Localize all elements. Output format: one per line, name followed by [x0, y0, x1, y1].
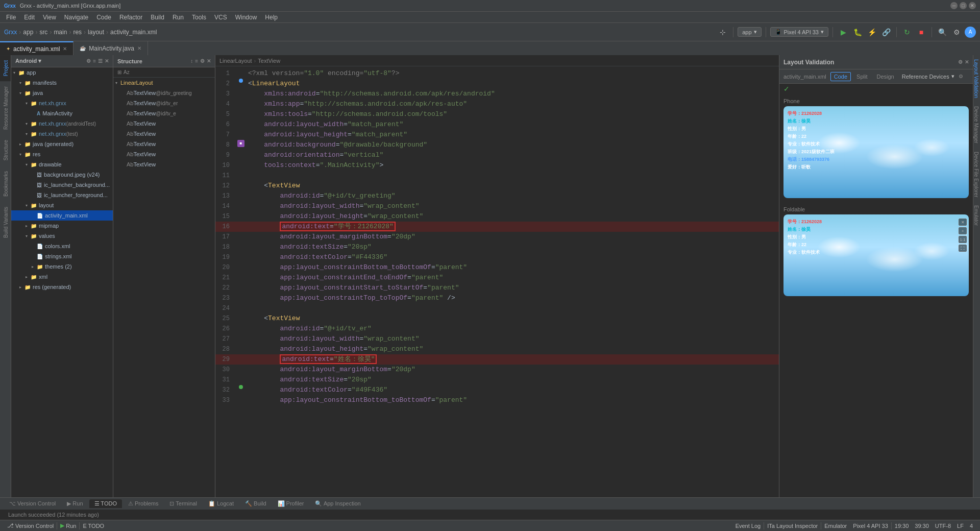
menu-help[interactable]: Help — [261, 13, 282, 22]
breadcrumb-app[interactable]: app — [23, 29, 33, 36]
left-vtab-structure[interactable]: Structure — [0, 135, 11, 166]
structure-textview-5[interactable]: Ab TextView — [113, 129, 215, 139]
structure-expand-icon[interactable]: ≡ — [195, 58, 198, 64]
project-gear-icon[interactable]: ☰ — [98, 58, 103, 64]
bottom-tab-profiler[interactable]: 📊 Profiler — [273, 499, 309, 508]
breadcrumb-res[interactable]: res — [73, 29, 82, 36]
right-tab-device-file-explorer[interactable]: Device File Explorer — [973, 148, 980, 201]
right-tab-device-manager[interactable]: Device Manager — [973, 102, 980, 148]
tab-close-xml[interactable]: ✕ — [63, 46, 67, 52]
user-avatar[interactable]: A — [965, 27, 976, 38]
left-vtab-bookmarks[interactable]: Bookmarks — [0, 166, 11, 202]
tree-drawable[interactable]: ▾ 📁 drawable — [11, 159, 113, 170]
structure-textview-8[interactable]: Ab TextView — [113, 159, 215, 170]
tree-values[interactable]: ▾ 📁 values — [11, 231, 113, 241]
breadcrumb-src[interactable]: src — [39, 29, 47, 36]
run-configuration[interactable]: app ▾ — [738, 27, 761, 37]
structure-textview-2[interactable]: Ab TextView @id/tv_er — [113, 98, 215, 108]
editor-content[interactable]: 1 <?xml version="1.0" encoding="utf-8"?>… — [215, 66, 779, 497]
bottom-tab-terminal[interactable]: ⊡ Terminal — [164, 499, 202, 508]
left-vtab-resource[interactable]: Resource Manager — [0, 81, 11, 135]
breadcrumb-linearlayout[interactable]: LinearLayout — [219, 58, 252, 64]
status-emulator[interactable]: Emulator — [821, 523, 850, 529]
code-view-button[interactable]: Code — [830, 72, 851, 81]
menu-refactor[interactable]: Refactor — [115, 13, 146, 22]
tree-net-xh-grxx-android-test[interactable]: ▾ 📁 net.xh.grxx (androidTest) — [11, 118, 113, 129]
tree-main-activity[interactable]: A MainActivity — [11, 108, 113, 118]
structure-alpha-icon[interactable]: Az — [124, 69, 130, 75]
validation-gear-icon[interactable]: ⚙ — [958, 59, 963, 65]
status-layout-inspector[interactable]: ITa Layout Inspector — [764, 523, 821, 529]
breadcrumb-textview[interactable]: TextView — [258, 58, 280, 64]
split-view-button[interactable]: Split — [853, 72, 871, 81]
status-version-control[interactable]: ⎇ Version Control — [4, 522, 57, 529]
project-expand-icon[interactable]: ≡ — [93, 58, 96, 64]
tree-ic-launcher-foreground[interactable]: 🖼 ic_launcher_foreground... — [11, 190, 113, 200]
bottom-tab-todo[interactable]: ☰ TODO — [89, 499, 122, 508]
tree-ic-launcher-background[interactable]: 🖼 ic_launcher_background... — [11, 180, 113, 190]
tree-layout-folder[interactable]: ▾ 📁 layout — [11, 200, 113, 210]
status-indent[interactable]: 4 — [967, 523, 976, 529]
tree-activity-main-xml[interactable]: 📄 activity_main.xml — [11, 210, 113, 221]
close-button[interactable]: ✕ — [969, 2, 976, 9]
bottom-tab-build[interactable]: 🔨 Build — [240, 499, 272, 508]
structure-textview-7[interactable]: Ab TextView — [113, 149, 215, 159]
bottom-tab-run[interactable]: ▶ Run — [62, 499, 88, 508]
tree-res-generated[interactable]: ▸ 📁 res (generated) — [11, 282, 113, 292]
validation-settings-icon[interactable]: ⚙ — [959, 74, 963, 79]
structure-linearlayout[interactable]: ▾ LinearLayout — [113, 78, 215, 88]
status-encoding[interactable]: UTF-8 — [932, 523, 954, 529]
left-vtab-project[interactable]: Project — [0, 55, 11, 81]
tree-themes[interactable]: ▸ 📁 themes (2) — [11, 261, 113, 272]
status-line-ending[interactable]: LF — [954, 523, 967, 529]
project-close-icon[interactable]: ✕ — [105, 58, 109, 64]
search-everywhere-button[interactable]: 🔍 — [936, 26, 948, 38]
status-event-log[interactable]: Event Log — [732, 523, 764, 529]
breadcrumb-layout[interactable]: layout — [88, 29, 104, 36]
status-todo[interactable]: E TODO — [80, 523, 107, 529]
build-button[interactable]: ▶ — [837, 26, 849, 38]
maximize-button[interactable]: □ — [960, 2, 967, 9]
tree-res[interactable]: ▾ 📁 res — [11, 149, 113, 159]
minimize-button[interactable]: ─ — [950, 2, 958, 9]
project-sync-icon[interactable]: ⚙ — [86, 58, 91, 64]
fold-1-1-button[interactable]: 1:1 — [959, 236, 967, 243]
pointer-tool-button[interactable]: ⊹ — [717, 26, 729, 38]
status-device[interactable]: Pixel 4 API 33 — [850, 523, 891, 529]
menu-tools[interactable]: Tools — [188, 13, 210, 22]
bottom-tab-app-inspection[interactable]: 🔍 App Inspection — [310, 499, 365, 508]
menu-vcs[interactable]: VCS — [210, 13, 231, 22]
structure-gear-icon[interactable]: ⚙ — [200, 58, 205, 64]
menu-window[interactable]: Window — [231, 13, 261, 22]
attach-debugger-button[interactable]: 🔗 — [880, 26, 892, 38]
validation-close-icon[interactable]: ✕ — [965, 59, 969, 65]
tree-background-jpeg[interactable]: 🖼 background.jpeg (v24) — [11, 170, 113, 180]
android-mode-label[interactable]: Android ▾ — [15, 58, 41, 64]
profile-button[interactable]: ⚡ — [866, 26, 878, 38]
left-vtab-build-variants[interactable]: Build Variants — [0, 202, 11, 243]
structure-textview-3[interactable]: Ab TextView @id/tv_e — [113, 108, 215, 118]
tree-xml-folder[interactable]: ▸ 📁 xml — [11, 272, 113, 282]
tree-net-xh-grxx-test[interactable]: ▾ 📁 net.xh.grxx (test) — [11, 129, 113, 139]
status-line-col[interactable]: 39:30 — [912, 523, 932, 529]
design-view-button[interactable]: Design — [873, 72, 897, 81]
tab-close-java[interactable]: ✕ — [137, 45, 141, 51]
status-run[interactable]: ▶ Run — [57, 522, 79, 529]
reference-devices-button[interactable]: Reference Devices ▾ — [902, 73, 954, 80]
settings-button[interactable]: ⚙ — [950, 26, 963, 38]
breadcrumb-main[interactable]: main — [54, 29, 67, 36]
tree-java-generated[interactable]: ▸ 📁 java (generated) — [11, 139, 113, 149]
menu-view[interactable]: View — [39, 13, 60, 22]
tab-activity-main-xml[interactable]: ✦ activity_main.xml ✕ — [0, 41, 74, 56]
structure-textview-4[interactable]: Ab TextView — [113, 118, 215, 129]
right-tab-emulator[interactable]: Emulator — [973, 201, 980, 230]
tree-java[interactable]: ▾ 📁 java — [11, 88, 113, 98]
tree-app[interactable]: ▾ 📁 app — [11, 67, 113, 78]
breadcrumb-file[interactable]: activity_main.xml — [110, 29, 157, 36]
menu-code[interactable]: Code — [92, 13, 115, 22]
structure-textview-6[interactable]: Ab TextView — [113, 139, 215, 149]
breadcrumb-grxx[interactable]: Grxx — [4, 29, 17, 36]
fold-close-button[interactable]: ✕ — [959, 219, 967, 226]
menu-file[interactable]: File — [2, 13, 20, 22]
tree-colors-xml[interactable]: 📄 colors.xml — [11, 241, 113, 251]
